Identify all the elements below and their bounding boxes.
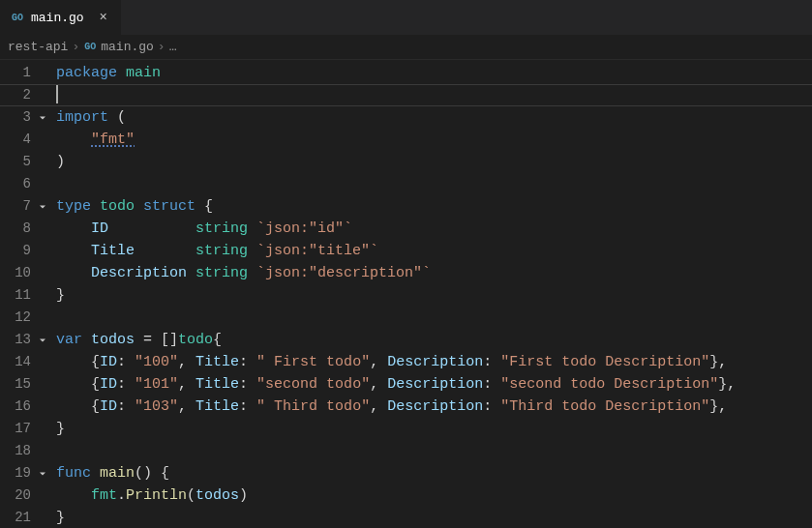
token xyxy=(187,265,195,281)
code-line[interactable]: "fmt" xyxy=(56,129,812,151)
go-file-icon: GO xyxy=(10,10,25,25)
code-editor[interactable]: 123456789101112131415161718192021 packag… xyxy=(0,60,812,528)
token xyxy=(135,332,143,348)
tab-main-go[interactable]: GO main.go × xyxy=(0,0,122,35)
token: "101" xyxy=(135,376,178,393)
token: Title xyxy=(195,398,239,415)
code-line[interactable]: var todos = []todo{ xyxy=(56,329,812,351)
token: }, xyxy=(709,354,727,370)
token: ID xyxy=(100,376,117,393)
token: "second todo" xyxy=(256,376,370,393)
token: ) xyxy=(56,154,65,170)
token: : xyxy=(239,398,256,415)
token: : xyxy=(239,376,256,393)
token: Description xyxy=(387,376,483,393)
token xyxy=(56,243,91,259)
gutter: 123456789101112131415161718192021 xyxy=(0,60,56,528)
code-line[interactable]: Description string `json:"description"` xyxy=(56,262,812,284)
token: todos xyxy=(195,487,239,504)
line-number: 5 xyxy=(0,151,56,173)
token xyxy=(56,220,91,237)
code-line[interactable]: } xyxy=(56,507,812,528)
code-line[interactable]: import ( xyxy=(56,106,812,129)
token: main xyxy=(126,65,161,81)
code-line[interactable]: package main xyxy=(56,62,812,84)
token: , xyxy=(370,398,387,415)
token xyxy=(248,243,256,259)
line-number: 21 xyxy=(0,507,56,528)
token xyxy=(91,465,100,482)
close-icon[interactable]: × xyxy=(96,10,111,25)
code-line[interactable] xyxy=(56,173,812,195)
code-line[interactable]: type todo struct { xyxy=(56,195,812,218)
token: todo xyxy=(100,198,135,215)
fold-chevron-icon[interactable] xyxy=(35,195,50,218)
token: , xyxy=(370,376,387,393)
token: { xyxy=(213,332,222,348)
token xyxy=(56,265,91,281)
token: Description xyxy=(387,398,483,415)
token: struct xyxy=(143,198,195,215)
token: import xyxy=(56,109,108,126)
line-number: 10 xyxy=(0,262,56,284)
token: todo xyxy=(178,332,213,348)
token: }, xyxy=(718,376,736,393)
code-line[interactable]: func main() { xyxy=(56,462,812,484)
line-number: 14 xyxy=(0,351,56,373)
token: { xyxy=(56,354,100,370)
token: } xyxy=(56,510,65,526)
token: } xyxy=(56,421,65,437)
token: func xyxy=(56,465,91,482)
fold-chevron-icon[interactable] xyxy=(35,329,50,351)
code-line[interactable] xyxy=(56,84,812,106)
token: : xyxy=(117,354,135,370)
code-line[interactable]: } xyxy=(56,284,812,307)
token: : xyxy=(239,354,256,370)
code-line[interactable]: fmt.Println(todos) xyxy=(56,484,812,507)
code-line[interactable]: Title string `json:"title"` xyxy=(56,240,812,262)
token: "First todo Description" xyxy=(500,354,709,370)
token: = xyxy=(143,332,152,348)
line-number: 6 xyxy=(0,173,56,195)
go-file-icon: GO xyxy=(83,41,97,54)
line-number: 12 xyxy=(0,307,56,329)
line-number: 18 xyxy=(0,440,56,462)
token xyxy=(135,243,195,259)
token xyxy=(117,65,126,81)
token: "fmt" xyxy=(91,132,135,148)
breadcrumb-file-label: main.go xyxy=(101,40,154,54)
token: package xyxy=(56,65,117,81)
line-number: 16 xyxy=(0,396,56,418)
token: var xyxy=(56,332,82,348)
code-line[interactable] xyxy=(56,440,812,462)
token: string xyxy=(195,220,248,237)
line-number: 19 xyxy=(0,462,56,484)
code-line[interactable]: {ID: "103", Title: " Third todo", Descri… xyxy=(56,396,812,418)
code-line[interactable]: ID string `json:"id"` xyxy=(56,218,812,240)
code-line[interactable]: {ID: "101", Title: "second todo", Descri… xyxy=(56,373,812,396)
code-line[interactable]: ) xyxy=(56,151,812,173)
token: Println xyxy=(126,487,187,504)
code-line[interactable]: } xyxy=(56,418,812,440)
token: : xyxy=(117,398,135,415)
code-area[interactable]: package mainimport ( "fmt")type todo str… xyxy=(56,60,812,528)
code-line[interactable] xyxy=(56,307,812,329)
fold-chevron-icon[interactable] xyxy=(35,462,50,484)
fold-chevron-icon[interactable] xyxy=(35,106,50,129)
token: { xyxy=(195,198,213,215)
token xyxy=(91,198,100,215)
token: : xyxy=(483,398,500,415)
line-number: 1 xyxy=(0,62,56,84)
token: `json:"title"` xyxy=(256,243,378,259)
token: string xyxy=(195,243,248,259)
token xyxy=(108,220,195,237)
breadcrumb-root[interactable]: rest-api xyxy=(8,40,68,54)
text-cursor xyxy=(56,85,58,103)
breadcrumb-more[interactable]: … xyxy=(169,40,177,54)
token: `json:"id"` xyxy=(256,220,352,237)
breadcrumb-file[interactable]: GO main.go xyxy=(83,40,154,54)
token: "100" xyxy=(135,354,178,370)
token: : xyxy=(483,376,500,393)
token: ) xyxy=(239,487,248,504)
code-line[interactable]: {ID: "100", Title: " First todo", Descri… xyxy=(56,351,812,373)
